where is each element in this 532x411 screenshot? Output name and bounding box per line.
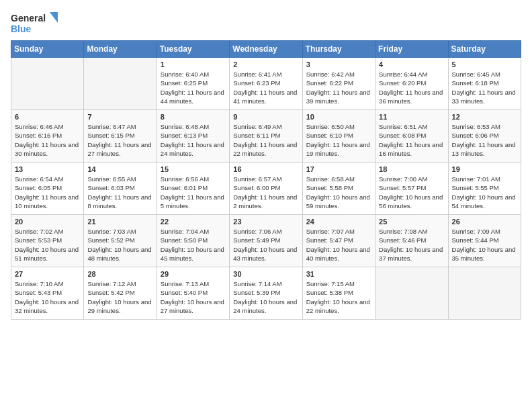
day-info: Sunrise: 7:00 AMSunset: 5:57 PMDaylight:…: [379, 175, 444, 210]
day-number: 1: [161, 60, 226, 68]
day-number: 14: [87, 165, 152, 173]
day-cell: 30Sunrise: 7:14 AMSunset: 5:39 PMDayligh…: [230, 267, 302, 320]
col-header-tuesday: Tuesday: [157, 41, 229, 58]
day-number: 9: [233, 113, 298, 121]
day-number: 22: [161, 218, 226, 226]
day-cell: 18Sunrise: 7:00 AMSunset: 5:57 PMDayligh…: [375, 163, 448, 215]
day-cell: 20Sunrise: 7:02 AMSunset: 5:53 PMDayligh…: [11, 215, 84, 267]
day-info: Sunrise: 6:49 AMSunset: 6:11 PMDaylight:…: [233, 122, 298, 158]
day-cell: 16Sunrise: 6:57 AMSunset: 6:00 PMDayligh…: [230, 163, 302, 215]
header-row: SundayMondayTuesdayWednesdayThursdayFrid…: [11, 41, 521, 58]
day-info: Sunrise: 7:07 AMSunset: 5:47 PMDaylight:…: [306, 227, 371, 263]
day-cell: [11, 58, 84, 110]
col-header-thursday: Thursday: [302, 41, 375, 58]
day-info: Sunrise: 6:54 AMSunset: 6:05 PMDaylight:…: [15, 175, 80, 210]
col-header-monday: Monday: [84, 41, 157, 58]
day-cell: 25Sunrise: 7:08 AMSunset: 5:46 PMDayligh…: [375, 215, 448, 267]
day-info: Sunrise: 6:51 AMSunset: 6:08 PMDaylight:…: [379, 122, 444, 158]
day-cell: 6Sunrise: 6:46 AMSunset: 6:16 PMDaylight…: [11, 110, 84, 163]
day-number: 8: [161, 113, 226, 121]
day-cell: 12Sunrise: 6:53 AMSunset: 6:06 PMDayligh…: [448, 110, 521, 163]
day-number: 27: [15, 270, 80, 278]
day-number: 13: [15, 165, 80, 173]
day-cell: 26Sunrise: 7:09 AMSunset: 5:44 PMDayligh…: [448, 215, 521, 267]
day-number: 10: [306, 113, 371, 121]
day-number: 20: [15, 218, 80, 226]
day-info: Sunrise: 6:55 AMSunset: 6:03 PMDaylight:…: [87, 175, 152, 210]
logo: GeneralBlue: [11, 11, 58, 35]
week-row-2: 6Sunrise: 6:46 AMSunset: 6:16 PMDaylight…: [11, 110, 521, 163]
day-number: 28: [87, 270, 152, 278]
day-cell: 31Sunrise: 7:15 AMSunset: 5:38 PMDayligh…: [302, 267, 375, 320]
col-header-friday: Friday: [375, 41, 448, 58]
day-info: Sunrise: 6:48 AMSunset: 6:13 PMDaylight:…: [161, 122, 226, 158]
week-row-4: 20Sunrise: 7:02 AMSunset: 5:53 PMDayligh…: [11, 215, 521, 267]
day-info: Sunrise: 6:42 AMSunset: 6:22 PMDaylight:…: [306, 70, 371, 105]
day-cell: 9Sunrise: 6:49 AMSunset: 6:11 PMDaylight…: [230, 110, 302, 163]
day-info: Sunrise: 6:45 AMSunset: 6:18 PMDaylight:…: [452, 70, 517, 105]
day-info: Sunrise: 7:04 AMSunset: 5:50 PMDaylight:…: [161, 227, 226, 263]
day-cell: 1Sunrise: 6:40 AMSunset: 6:25 PMDaylight…: [157, 58, 229, 110]
calendar-table: SundayMondayTuesdayWednesdayThursdayFrid…: [11, 40, 521, 320]
day-cell: 13Sunrise: 6:54 AMSunset: 6:05 PMDayligh…: [11, 163, 84, 215]
day-number: 6: [15, 113, 80, 121]
day-info: Sunrise: 7:13 AMSunset: 5:40 PMDaylight:…: [161, 279, 226, 315]
svg-marker-2: [50, 12, 58, 23]
day-info: Sunrise: 7:01 AMSunset: 5:55 PMDaylight:…: [452, 175, 517, 210]
day-info: Sunrise: 7:03 AMSunset: 5:52 PMDaylight:…: [87, 227, 152, 263]
day-number: 25: [379, 218, 444, 226]
day-number: 24: [306, 218, 371, 226]
day-number: 21: [87, 218, 152, 226]
day-cell: [448, 267, 521, 320]
day-cell: 19Sunrise: 7:01 AMSunset: 5:55 PMDayligh…: [448, 163, 521, 215]
day-info: Sunrise: 7:02 AMSunset: 5:53 PMDaylight:…: [15, 227, 80, 263]
day-info: Sunrise: 7:15 AMSunset: 5:38 PMDaylight:…: [306, 279, 371, 315]
day-info: Sunrise: 6:57 AMSunset: 6:00 PMDaylight:…: [233, 175, 298, 210]
day-cell: 28Sunrise: 7:12 AMSunset: 5:42 PMDayligh…: [84, 267, 157, 320]
day-info: Sunrise: 7:14 AMSunset: 5:39 PMDaylight:…: [233, 279, 298, 315]
day-info: Sunrise: 7:06 AMSunset: 5:49 PMDaylight:…: [233, 227, 298, 263]
day-info: Sunrise: 6:50 AMSunset: 6:10 PMDaylight:…: [306, 122, 371, 158]
day-number: 30: [233, 270, 298, 278]
day-info: Sunrise: 7:12 AMSunset: 5:42 PMDaylight:…: [87, 279, 152, 315]
page-header: GeneralBlue: [11, 11, 521, 35]
day-cell: 5Sunrise: 6:45 AMSunset: 6:18 PMDaylight…: [448, 58, 521, 110]
day-info: Sunrise: 7:08 AMSunset: 5:46 PMDaylight:…: [379, 227, 444, 263]
day-info: Sunrise: 6:46 AMSunset: 6:16 PMDaylight:…: [15, 122, 80, 158]
day-number: 29: [161, 270, 226, 278]
day-cell: 21Sunrise: 7:03 AMSunset: 5:52 PMDayligh…: [84, 215, 157, 267]
day-cell: 2Sunrise: 6:41 AMSunset: 6:23 PMDaylight…: [230, 58, 302, 110]
day-number: 15: [161, 165, 226, 173]
day-cell: [375, 267, 448, 320]
day-cell: 27Sunrise: 7:10 AMSunset: 5:43 PMDayligh…: [11, 267, 84, 320]
day-cell: 23Sunrise: 7:06 AMSunset: 5:49 PMDayligh…: [230, 215, 302, 267]
day-number: 7: [87, 113, 152, 121]
day-number: 26: [452, 218, 517, 226]
day-info: Sunrise: 6:58 AMSunset: 5:58 PMDaylight:…: [306, 175, 371, 210]
day-number: 31: [306, 270, 371, 278]
logo-svg: GeneralBlue: [11, 11, 58, 35]
svg-text:Blue: Blue: [11, 24, 32, 34]
day-number: 19: [452, 165, 517, 173]
day-cell: 11Sunrise: 6:51 AMSunset: 6:08 PMDayligh…: [375, 110, 448, 163]
day-number: 11: [379, 113, 444, 121]
day-number: 12: [452, 113, 517, 121]
day-cell: 17Sunrise: 6:58 AMSunset: 5:58 PMDayligh…: [302, 163, 375, 215]
col-header-sunday: Sunday: [11, 41, 84, 58]
day-cell: 4Sunrise: 6:44 AMSunset: 6:20 PMDaylight…: [375, 58, 448, 110]
week-row-3: 13Sunrise: 6:54 AMSunset: 6:05 PMDayligh…: [11, 163, 521, 215]
day-number: 3: [306, 60, 371, 68]
day-cell: 15Sunrise: 6:56 AMSunset: 6:01 PMDayligh…: [157, 163, 229, 215]
day-info: Sunrise: 6:40 AMSunset: 6:25 PMDaylight:…: [161, 70, 226, 105]
day-number: 16: [233, 165, 298, 173]
day-info: Sunrise: 6:56 AMSunset: 6:01 PMDaylight:…: [161, 175, 226, 210]
day-cell: 29Sunrise: 7:13 AMSunset: 5:40 PMDayligh…: [157, 267, 229, 320]
day-cell: 24Sunrise: 7:07 AMSunset: 5:47 PMDayligh…: [302, 215, 375, 267]
day-cell: 10Sunrise: 6:50 AMSunset: 6:10 PMDayligh…: [302, 110, 375, 163]
day-number: 18: [379, 165, 444, 173]
day-info: Sunrise: 6:53 AMSunset: 6:06 PMDaylight:…: [452, 122, 517, 158]
day-number: 23: [233, 218, 298, 226]
day-cell: 22Sunrise: 7:04 AMSunset: 5:50 PMDayligh…: [157, 215, 229, 267]
day-info: Sunrise: 7:09 AMSunset: 5:44 PMDaylight:…: [452, 227, 517, 263]
day-cell: [84, 58, 157, 110]
